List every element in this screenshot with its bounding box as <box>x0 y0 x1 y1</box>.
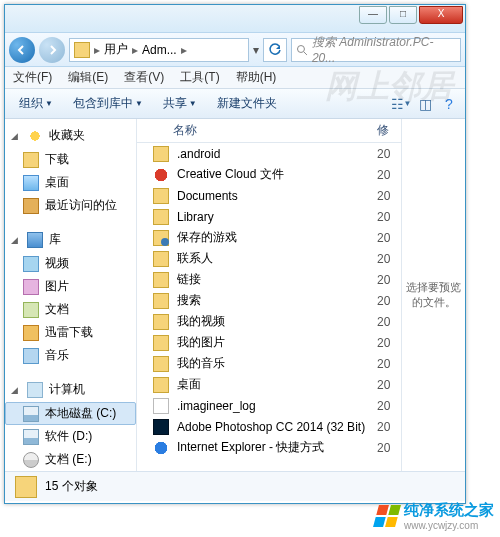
file-name: .android <box>177 147 369 161</box>
breadcrumb-seg-admin[interactable]: Adm... <box>142 43 177 57</box>
downloads-icon <box>23 152 39 168</box>
document-icon <box>23 302 39 318</box>
nav-thunder[interactable]: 迅雷下载 <box>5 321 136 344</box>
file-modified: 20 <box>377 378 401 392</box>
expand-icon: ◢ <box>11 131 21 141</box>
folder-icon <box>15 476 37 498</box>
nav-computer[interactable]: ◢计算机 <box>5 377 136 402</box>
game-icon <box>153 230 169 246</box>
forward-button[interactable] <box>39 37 65 63</box>
breadcrumb-sep: ▸ <box>181 43 187 57</box>
maximize-button[interactable]: □ <box>389 6 417 24</box>
search-icon <box>296 44 308 56</box>
file-modified: 20 <box>377 420 401 434</box>
view-options-button[interactable]: ☷▼ <box>391 94 411 114</box>
nav-drive-e[interactable]: 文档 (E:) <box>5 448 136 471</box>
file-row[interactable]: 搜索20 <box>137 290 401 311</box>
file-row[interactable]: 链接20 <box>137 269 401 290</box>
file-modified: 20 <box>377 231 401 245</box>
file-modified: 20 <box>377 315 401 329</box>
file-row[interactable]: 我的图片20 <box>137 332 401 353</box>
folder-icon <box>153 314 169 330</box>
file-row[interactable]: 我的视频20 <box>137 311 401 332</box>
log-icon <box>153 398 169 414</box>
organize-button[interactable]: 组织▼ <box>11 92 61 115</box>
nav-videos[interactable]: 视频 <box>5 252 136 275</box>
nav-desktop[interactable]: 桌面 <box>5 171 136 194</box>
file-row[interactable]: 保存的游戏20 <box>137 227 401 248</box>
file-modified: 20 <box>377 357 401 371</box>
include-library-button[interactable]: 包含到库中▼ <box>65 92 151 115</box>
watermark-url: www.ycwjzy.com <box>404 520 494 531</box>
file-name: 链接 <box>177 271 369 288</box>
status-text: 15 个对象 <box>45 478 98 495</box>
desktop-icon <box>23 175 39 191</box>
new-folder-button[interactable]: 新建文件夹 <box>209 92 285 115</box>
col-name[interactable]: 名称 <box>173 122 369 139</box>
file-row[interactable]: .android20 <box>137 143 401 164</box>
file-name: Internet Explorer - 快捷方式 <box>177 439 369 456</box>
file-row[interactable]: .imagineer_log20 <box>137 395 401 416</box>
file-row[interactable]: Library20 <box>137 206 401 227</box>
minimize-button[interactable]: — <box>359 6 387 24</box>
share-button[interactable]: 共享▼ <box>155 92 205 115</box>
preview-pane-button[interactable]: ◫ <box>415 94 435 114</box>
menu-view[interactable]: 查看(V) <box>124 69 164 86</box>
nav-documents[interactable]: 文档 <box>5 298 136 321</box>
help-button[interactable]: ? <box>439 94 459 114</box>
col-modified[interactable]: 修 <box>377 122 401 139</box>
nav-drive-c[interactable]: 本地磁盘 (C:) <box>5 402 136 425</box>
preview-pane: 选择要预览的文件。 <box>401 119 465 471</box>
ps-icon <box>153 419 169 435</box>
menu-file[interactable]: 文件(F) <box>13 69 52 86</box>
file-row[interactable]: Internet Explorer - 快捷方式20 <box>137 437 401 458</box>
file-name: 桌面 <box>177 376 369 393</box>
file-row[interactable]: Adobe Photoshop CC 2014 (32 Bit)20 <box>137 416 401 437</box>
file-row[interactable]: Creative Cloud 文件20 <box>137 164 401 185</box>
navigation-pane[interactable]: ◢收藏夹 下载 桌面 最近访问的位 ◢库 视频 图片 文档 迅雷下载 音乐 ◢计… <box>5 119 137 471</box>
breadcrumb-sep: ▸ <box>94 43 100 57</box>
file-list[interactable]: 名称 修 .android20Creative Cloud 文件20Docume… <box>137 119 401 471</box>
site-watermark: 纯净系统之家 www.ycwjzy.com <box>376 501 494 531</box>
file-name: .imagineer_log <box>177 399 369 413</box>
chevron-down-icon: ▼ <box>135 99 143 108</box>
breadcrumb-dropdown[interactable]: ▾ <box>253 43 259 57</box>
titlebar[interactable]: — □ X <box>5 5 465 33</box>
folder-icon <box>153 146 169 162</box>
file-name: 我的音乐 <box>177 355 369 372</box>
file-name: Documents <box>177 189 369 203</box>
back-button[interactable] <box>9 37 35 63</box>
file-row[interactable]: Documents20 <box>137 185 401 206</box>
close-button[interactable]: X <box>419 6 463 24</box>
file-row[interactable]: 桌面20 <box>137 374 401 395</box>
breadcrumb-seg-users[interactable]: 用户 <box>104 41 128 58</box>
file-row[interactable]: 联系人20 <box>137 248 401 269</box>
nav-drive-d[interactable]: 软件 (D:) <box>5 425 136 448</box>
nav-downloads[interactable]: 下载 <box>5 148 136 171</box>
column-headers[interactable]: 名称 修 <box>137 119 401 143</box>
status-bar: 15 个对象 <box>5 471 465 501</box>
expand-icon: ◢ <box>11 235 21 245</box>
menu-help[interactable]: 帮助(H) <box>236 69 277 86</box>
file-row[interactable]: 我的音乐20 <box>137 353 401 374</box>
content-area: ◢收藏夹 下载 桌面 最近访问的位 ◢库 视频 图片 文档 迅雷下载 音乐 ◢计… <box>5 119 465 471</box>
folder-icon <box>153 335 169 351</box>
nav-pictures[interactable]: 图片 <box>5 275 136 298</box>
breadcrumb[interactable]: ▸ 用户 ▸ Adm... ▸ <box>69 38 249 62</box>
breadcrumb-sep: ▸ <box>132 43 138 57</box>
file-modified: 20 <box>377 399 401 413</box>
nav-music[interactable]: 音乐 <box>5 344 136 367</box>
menu-tools[interactable]: 工具(T) <box>180 69 219 86</box>
menu-edit[interactable]: 编辑(E) <box>68 69 108 86</box>
nav-favorites[interactable]: ◢收藏夹 <box>5 123 136 148</box>
nav-recent[interactable]: 最近访问的位 <box>5 194 136 217</box>
search-input[interactable]: 搜索 Administrator.PC-20... <box>291 38 461 62</box>
library-icon <box>27 232 43 248</box>
refresh-button[interactable] <box>263 38 287 62</box>
file-name: 我的视频 <box>177 313 369 330</box>
preview-text: 选择要预览的文件。 <box>406 280 461 310</box>
nav-libraries[interactable]: ◢库 <box>5 227 136 252</box>
file-modified: 20 <box>377 273 401 287</box>
computer-icon <box>27 382 43 398</box>
svg-line-1 <box>304 51 307 54</box>
